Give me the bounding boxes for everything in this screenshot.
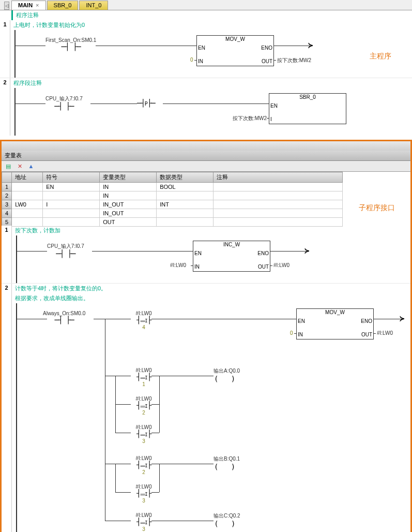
pin-eno: ENO <box>261 45 272 51</box>
in-value: #I:LW0 <box>170 262 186 268</box>
coil-label: 输出A:Q0.0 <box>213 367 240 375</box>
network-comment: 程序段注释 <box>10 78 412 88</box>
table-row: 2IN <box>2 191 343 200</box>
compare-contact[interactable]: ┤==I├ <box>131 430 157 438</box>
inc-w-block[interactable]: INC_W EN ENO IN OUT <box>193 241 270 272</box>
block-title: SBR_0 <box>269 94 346 100</box>
tab-nav-prev[interactable]: ◁ <box>4 2 9 10</box>
i-value: 按下次数:MW2 <box>226 115 267 122</box>
block-title: MOV_W <box>197 36 273 42</box>
compare-contact[interactable]: ┤==I├ <box>131 373 157 381</box>
contact-label: CPU_输入7:I0.7 <box>47 243 84 250</box>
table-row: 5OUT <box>2 218 343 227</box>
compare-contact[interactable]: ┤==I├ <box>131 518 157 526</box>
output-coil[interactable]: ( ) <box>213 375 240 383</box>
p-contact[interactable]: ─┤P├─ <box>137 99 155 108</box>
network-comment: 上电时，计数变量初始化为0 <box>10 20 412 30</box>
sub-network-1: 1 按下次数，计数加 CPU_输入7:I0.7 ─┤ ├─ INC_W EN E… <box>2 226 410 283</box>
col-comment[interactable]: 注释 <box>213 172 343 183</box>
network-comment: 根据要求，改成单线圈输出。 <box>12 293 410 303</box>
table-row: 4IN_OUT <box>2 209 343 218</box>
sbr-block[interactable]: SBR_0 EN I <box>269 93 346 124</box>
network-comment: 计数等于4时，将计数变量复位的0。 <box>12 284 410 293</box>
network-number: 2 <box>0 78 10 136</box>
pin-in: IN <box>198 58 203 64</box>
network-comment: 按下次数，计数加 <box>12 226 410 235</box>
output-coil[interactable]: ( ) <box>213 520 240 528</box>
no-contact[interactable]: ─┤ ├─ <box>45 102 83 110</box>
mov-w-block[interactable]: MOV_W EN ENO IN OUT <box>296 308 374 339</box>
pin-en: EN <box>198 45 205 51</box>
main-program-label: 主程序 <box>370 52 391 61</box>
col-datatype[interactable]: 数据类型 <box>157 172 213 183</box>
table-row: 3LW0IIN_OUTINT <box>2 200 343 209</box>
compare-contact[interactable]: ┤==I├ <box>131 316 157 324</box>
compare-contact[interactable]: ┤==I├ <box>131 490 157 498</box>
variable-toolbar: ▤ ✕ ▲ <box>2 161 410 172</box>
in-value: 0 <box>190 57 193 63</box>
contact-label: CPU_输入7:I0.7 <box>45 95 83 102</box>
tab-main[interactable]: MAIN <box>11 1 46 10</box>
pin-i: I <box>270 116 272 122</box>
no-contact[interactable]: ─┤ ├─ <box>47 250 84 257</box>
out-value: #I:LW0 <box>273 262 289 268</box>
mov-w-block[interactable]: MOV_W EN ENO IN OUT <box>196 35 274 66</box>
network-1: 1 上电时，计数变量初始化为0 First_Scan_On:SM0.1 ─┤ ├… <box>0 20 412 78</box>
out-value: 按下次数:MW2 <box>277 57 311 64</box>
tab-int0[interactable]: INT_0 <box>79 1 108 10</box>
compare-contact[interactable]: ┤==I├ <box>131 402 157 410</box>
pin-out: OUT <box>262 58 272 64</box>
sub-interface-label: 子程序接口 <box>359 203 395 213</box>
variable-table-title: 变量表 <box>2 151 410 161</box>
variable-table[interactable]: 地址 符号 变量类型 数据类型 注释 1ENINBOOL 2IN 3LW0IIN… <box>2 172 343 227</box>
network-number: 1 <box>0 20 10 78</box>
terminator: ≻ <box>308 40 313 50</box>
terminator: ≻ <box>304 246 310 256</box>
delete-row-icon[interactable]: ✕ <box>15 162 24 170</box>
pin-en: EN <box>270 103 278 109</box>
no-contact[interactable]: ─┤ ├─ <box>43 316 85 323</box>
coil-label: 输出B:Q0.1 <box>213 455 240 463</box>
block-title: INC_W <box>193 241 270 248</box>
table-row: 1ENINBOOL <box>2 183 343 191</box>
col-symbol[interactable]: 符号 <box>43 172 100 183</box>
compare-contact[interactable]: ┤==I├ <box>131 461 157 469</box>
build-icon[interactable]: ▲ <box>26 162 36 170</box>
sub-network-2: 2 计数等于4时，将计数变量复位的0。 根据要求，改成单线圈输出。 Always… <box>2 283 410 532</box>
program-comment: 程序注释 <box>11 10 412 20</box>
coil-label: 输出C:Q0.2 <box>213 512 240 520</box>
program-tabs: ◁ MAIN SBR_0 INT_0 <box>0 0 412 10</box>
col-vartype[interactable]: 变量类型 <box>100 172 157 183</box>
network-number: 1 <box>2 226 12 283</box>
output-coil[interactable]: ( ) <box>213 463 240 471</box>
network-2: 2 程序段注释 CPU_输入7:I0.7 ─┤ ├─ ─┤P├─ SBR_0 E… <box>0 78 412 136</box>
subroutine-section: 变量表 ▤ ✕ ▲ 地址 符号 变量类型 数据类型 注释 1ENINBOOL 2… <box>0 140 412 532</box>
col-address[interactable]: 地址 <box>12 172 43 183</box>
tab-sbr0[interactable]: SBR_0 <box>47 1 79 10</box>
terminator: ≻ <box>400 314 405 323</box>
no-contact[interactable]: ─┤ ├─ <box>45 43 96 50</box>
network-number: 2 <box>2 284 12 532</box>
insert-row-icon[interactable]: ▤ <box>4 162 13 170</box>
